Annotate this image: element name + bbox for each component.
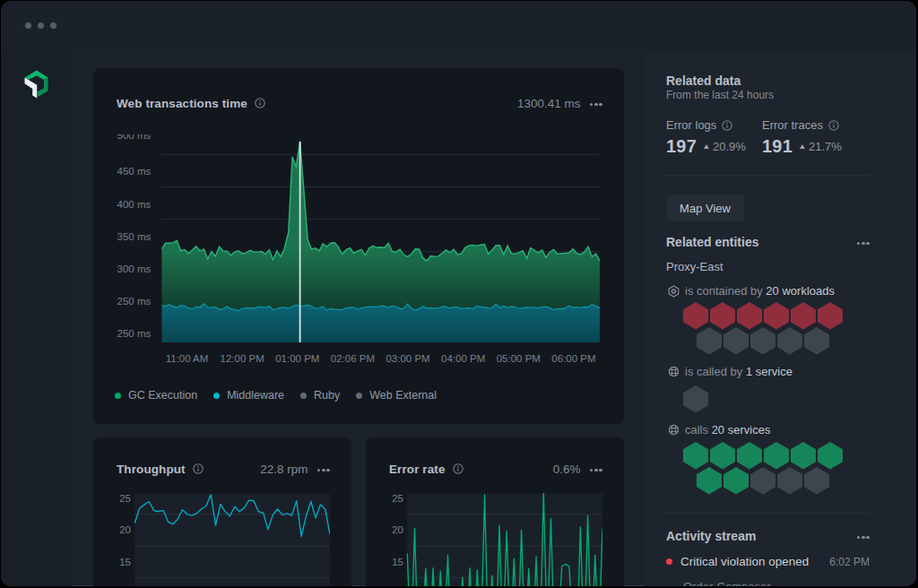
- more-options-icon[interactable]: [317, 469, 330, 472]
- svg-text:15: 15: [119, 557, 131, 567]
- window-titlebar: [1, 1, 916, 48]
- svg-text:05:00 PM: 05:00 PM: [497, 353, 541, 364]
- info-icon[interactable]: [193, 463, 204, 474]
- svg-text:15: 15: [392, 557, 403, 567]
- svg-text:20: 20: [119, 524, 131, 535]
- more-options-icon[interactable]: [590, 469, 602, 472]
- legend-dot-icon: [300, 393, 307, 399]
- related-data-subtitle: From the last 24 hours: [666, 89, 870, 101]
- legend-label: GC Execution: [128, 389, 197, 402]
- window-dot-2[interactable]: [38, 22, 44, 29]
- legend-label: Ruby: [314, 389, 340, 402]
- current-value: 0.6%: [553, 463, 581, 476]
- relation-called-by: is called by 1 service: [666, 365, 870, 378]
- svg-text:250 ms: 250 ms: [117, 296, 152, 307]
- error-rate-chart[interactable]: 252015: [387, 489, 602, 586]
- svg-text:12:00 PM: 12:00 PM: [221, 353, 264, 364]
- related-entities-header: Related entities: [666, 235, 870, 249]
- related-data-metrics: Error logs 197 20.9% Error traces 191: [666, 118, 870, 157]
- arrow-up-icon: [704, 144, 709, 149]
- divider: [666, 175, 870, 176]
- activity-event[interactable]: Critical violation opened 6:02 PM: [666, 555, 870, 568]
- relation-calls: calls 20 services: [666, 423, 870, 437]
- main-content: Web transactions time 1300.41 ms 500 ms4…: [73, 49, 644, 586]
- activity-stream-header: Activity stream: [666, 529, 870, 543]
- svg-text:250 ms: 250 ms: [117, 328, 152, 339]
- more-options-icon[interactable]: [857, 536, 870, 540]
- info-icon[interactable]: [255, 98, 265, 108]
- divider: [666, 513, 870, 514]
- hex-grid-called-by[interactable]: [683, 385, 858, 419]
- current-value: 1300.41 ms: [517, 97, 581, 110]
- legend-dot-icon: [356, 393, 362, 399]
- legend-label: Middleware: [227, 389, 284, 402]
- card-error-rate: Error rate 0.6% 252015: [366, 437, 624, 586]
- right-panel: Related data From the last 24 hours Erro…: [644, 49, 916, 586]
- map-view-button[interactable]: Map View: [666, 195, 744, 221]
- legend-label: Web External: [369, 389, 437, 402]
- metric-delta: 21.7%: [800, 140, 842, 153]
- svg-text:11:00 AM: 11:00 AM: [166, 353, 209, 364]
- severity-dot: [666, 558, 672, 565]
- legend-dot-icon: [213, 393, 220, 399]
- sidebar: [1, 49, 73, 586]
- metric-label: Error traces: [762, 118, 842, 132]
- info-icon[interactable]: [722, 120, 732, 131]
- arrow-up-icon: [800, 144, 805, 149]
- new-relic-logo-icon[interactable]: [20, 66, 54, 100]
- chart-legend: GC ExecutionMiddlewareRubyWeb External: [115, 389, 437, 402]
- svg-text:01:00 PM: 01:00 PM: [275, 353, 319, 364]
- svg-text:06:00 PM: 06:00 PM: [551, 353, 595, 364]
- card-throughput: Throughput 22.8 rpm 252015: [93, 437, 351, 586]
- card-title: Error rate: [389, 463, 446, 476]
- card-title: Throughput: [117, 463, 186, 476]
- activity-entity[interactable]: Order-Composer: [683, 580, 870, 586]
- svg-text:300 ms: 300 ms: [117, 264, 152, 274]
- more-options-icon[interactable]: [590, 103, 602, 107]
- legend-item[interactable]: Middleware: [213, 389, 284, 402]
- globe-icon: [668, 366, 680, 377]
- svg-text:25: 25: [119, 493, 131, 504]
- globe-icon: [668, 424, 680, 436]
- svg-text:25: 25: [392, 493, 403, 504]
- card-title: Web transactions time: [117, 97, 247, 110]
- workloads-icon: [668, 285, 680, 298]
- legend-dot-icon: [115, 393, 121, 399]
- current-value: 22.8 rpm: [260, 463, 307, 476]
- card-web-transactions-time: Web transactions time 1300.41 ms 500 ms4…: [93, 68, 624, 424]
- relation-contained-by: is contained by 20 workloads: [666, 284, 870, 298]
- metric-delta: 20.9%: [704, 140, 746, 153]
- svg-text:20: 20: [392, 524, 403, 535]
- web-transactions-chart[interactable]: 500 ms450 ms400 ms350 ms300 ms250 ms250 …: [115, 134, 602, 368]
- related-data-title: Related data: [666, 73, 870, 89]
- svg-text:500 ms: 500 ms: [117, 134, 152, 141]
- metric-value: 191: [762, 136, 792, 157]
- hex-grid-calls[interactable]: [683, 442, 858, 500]
- hex-grid-workloads[interactable]: [683, 302, 858, 360]
- svg-text:02:06 PM: 02:06 PM: [331, 353, 375, 364]
- legend-item[interactable]: GC Execution: [115, 389, 197, 402]
- metric-value: 197: [666, 136, 697, 157]
- metric-label: Error logs: [666, 118, 762, 132]
- throughput-chart[interactable]: 252015: [115, 489, 330, 586]
- svg-text:450 ms: 450 ms: [117, 166, 152, 177]
- window-dot-3[interactable]: [50, 22, 56, 29]
- info-icon[interactable]: [453, 463, 463, 474]
- app-window: Web transactions time 1300.41 ms 500 ms4…: [1, 1, 916, 586]
- svg-text:03:00 PM: 03:00 PM: [385, 353, 429, 364]
- window-dot-1[interactable]: [25, 22, 31, 29]
- svg-text:04:00 PM: 04:00 PM: [441, 353, 485, 364]
- entity-name[interactable]: Proxy-East: [666, 260, 870, 273]
- svg-text:400 ms: 400 ms: [117, 199, 152, 210]
- svg-text:350 ms: 350 ms: [117, 231, 152, 242]
- legend-item[interactable]: Web External: [356, 389, 437, 402]
- legend-item[interactable]: Ruby: [300, 389, 340, 402]
- info-icon[interactable]: [828, 120, 839, 131]
- more-options-icon[interactable]: [857, 242, 870, 246]
